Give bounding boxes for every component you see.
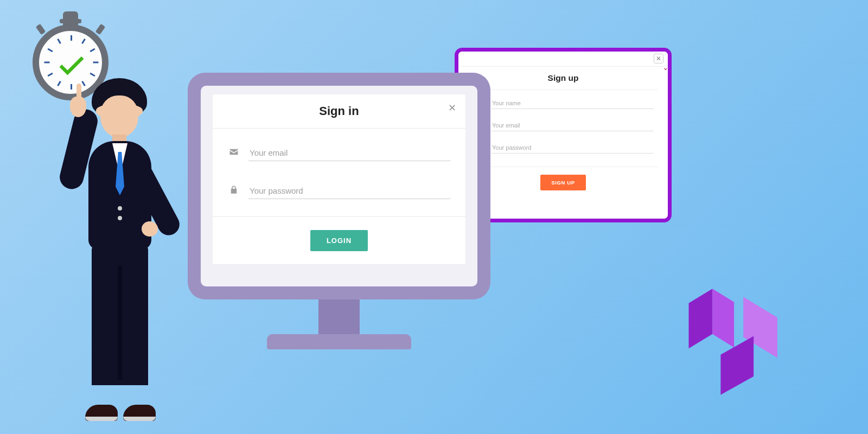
email-field-row: [228, 145, 450, 161]
envelope-icon: [228, 147, 240, 159]
tab-close-button[interactable]: ✕: [654, 54, 663, 63]
person-illustration: [57, 76, 176, 423]
signup-button[interactable]: SIGN UP: [540, 175, 585, 190]
signup-name-input[interactable]: [491, 98, 654, 109]
email-field-row: [473, 120, 654, 131]
monitor-illustration: Sign in ✕: [188, 73, 490, 370]
signin-modal: Sign in ✕: [213, 94, 465, 264]
brand-logo: [684, 282, 787, 401]
lock-icon: [228, 185, 240, 197]
password-field-row: [228, 183, 450, 199]
signin-email-input[interactable]: [248, 145, 450, 161]
signup-email-input[interactable]: [491, 120, 654, 131]
name-field-row: [473, 98, 654, 109]
close-button[interactable]: ✕: [446, 102, 458, 114]
signup-password-input[interactable]: [491, 142, 654, 154]
signup-title: Sign up: [468, 67, 658, 90]
signin-title: Sign in: [319, 104, 359, 118]
password-field-row: [473, 142, 654, 154]
chevron-down-icon[interactable]: ⌄: [662, 63, 669, 72]
login-button[interactable]: LOGIN: [310, 230, 368, 251]
browser-tabbar: ✕ ⌄: [458, 52, 668, 67]
signin-password-input[interactable]: [248, 183, 450, 199]
signin-header: Sign in ✕: [213, 94, 465, 129]
